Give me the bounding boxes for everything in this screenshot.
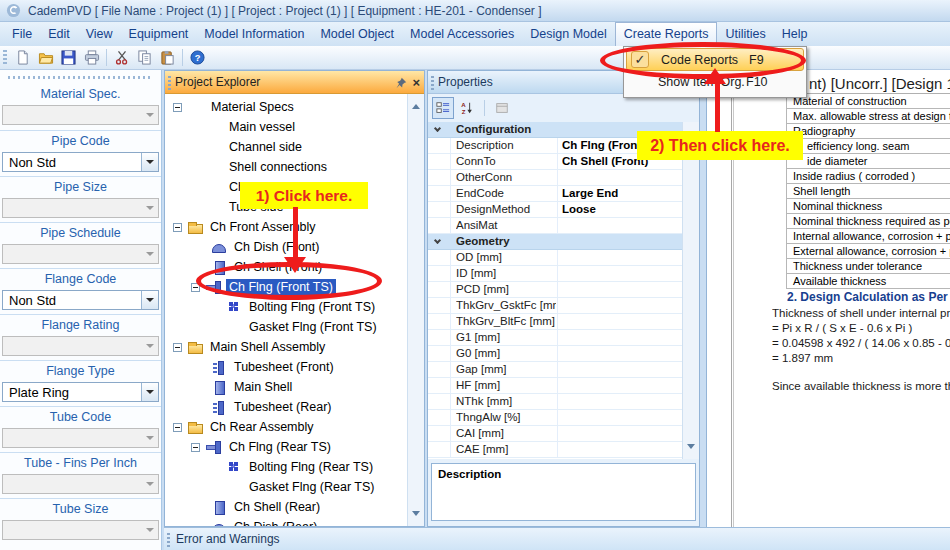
menu-item[interactable]: Edit <box>40 22 78 46</box>
field-dropdown[interactable]: Non Std <box>2 152 159 172</box>
menu-item[interactable]: Design Model <box>522 22 614 46</box>
sidebar-fields: Material Spec. Pipe Code Non Std Pipe Si… <box>0 84 161 544</box>
property-row[interactable]: G1 [mm] <box>428 330 699 346</box>
field-dropdown[interactable] <box>2 428 159 448</box>
property-row[interactable]: OtherConn <box>428 170 699 186</box>
categorized-view-icon[interactable] <box>432 97 454 119</box>
pin-icon[interactable] <box>395 77 407 89</box>
cut-icon[interactable] <box>110 47 133 68</box>
menu-item[interactable]: Equipment <box>121 22 197 46</box>
tree-item[interactable]: Main vessel <box>165 117 424 137</box>
tree-item[interactable]: Ch Rear Assembly <box>165 417 424 437</box>
property-value[interactable]: Large End <box>562 186 681 201</box>
property-row[interactable]: G0 [mm] <box>428 346 699 362</box>
tree-item[interactable]: Bolting Flng (Front TS) <box>165 297 424 317</box>
field-dropdown[interactable] <box>2 105 159 125</box>
menu-item[interactable]: File <box>4 22 40 46</box>
help-icon[interactable]: ? <box>186 47 209 68</box>
menu-item[interactable]: Model Accessories <box>402 22 522 46</box>
dropdown-value: Non Std <box>3 153 158 171</box>
property-row[interactable]: ThngAlw [%] <box>428 410 699 426</box>
dropdown-button[interactable] <box>141 521 158 539</box>
tree-scrollbar[interactable] <box>407 94 424 526</box>
field-dropdown[interactable] <box>2 244 159 264</box>
tree-expander-icon[interactable] <box>173 223 182 232</box>
scroll-up-icon[interactable] <box>412 100 420 109</box>
tree-item-icon <box>188 100 204 114</box>
project-explorer-header: Project Explorer × <box>165 71 424 94</box>
menu-item[interactable]: Model Information <box>196 22 312 46</box>
paste-icon[interactable] <box>156 47 179 68</box>
dropdown-button[interactable] <box>141 245 158 263</box>
chevron-down-icon <box>146 390 154 394</box>
grid-scrollbar[interactable] <box>682 122 699 459</box>
scroll-down-icon[interactable] <box>687 444 695 453</box>
tree-item[interactable]: Ch Shell (Rear) <box>165 497 424 517</box>
dropdown-button[interactable] <box>141 337 158 355</box>
dropdown-button[interactable] <box>141 291 158 309</box>
open-folder-icon[interactable] <box>34 47 57 68</box>
property-row[interactable]: ID [mm] <box>428 266 699 282</box>
tree-expander-icon[interactable] <box>173 423 182 432</box>
tree-expander-icon[interactable] <box>173 343 182 352</box>
dropdown-button[interactable] <box>141 153 158 171</box>
error-warnings-bar[interactable]: Error and Warnings <box>164 527 950 550</box>
field-dropdown[interactable] <box>2 198 159 218</box>
dropdown-button[interactable] <box>141 199 158 217</box>
tree-item[interactable]: Shell connections <box>165 157 424 177</box>
tree-item[interactable]: Material Specs <box>165 97 424 117</box>
menu-item[interactable]: Help <box>774 22 816 46</box>
collapse-chevron-icon[interactable] <box>434 125 441 132</box>
field-dropdown[interactable]: Non Std <box>2 290 159 310</box>
property-row[interactable]: Gap [mm] <box>428 362 699 378</box>
scroll-down-icon[interactable] <box>412 511 420 520</box>
property-label: AnsiMat <box>456 218 556 233</box>
dropdown-button[interactable] <box>141 475 158 493</box>
svg-text:Z: Z <box>462 108 466 115</box>
property-value[interactable]: Loose <box>562 202 681 217</box>
tree-item[interactable]: Ch Flng (Rear TS) <box>165 437 424 457</box>
tree-item-label: Material Specs <box>208 99 297 115</box>
menu-item[interactable]: View <box>78 22 121 46</box>
property-row[interactable]: NThk [mm] <box>428 394 699 410</box>
dropdown-button[interactable] <box>141 383 158 401</box>
tree-item[interactable]: Tubesheet (Rear) <box>165 397 424 417</box>
field-dropdown[interactable]: Plate Ring <box>2 382 159 402</box>
tree-expander-icon[interactable] <box>191 443 200 452</box>
property-row[interactable]: ThkGrv_BltFc [mm] <box>428 314 699 330</box>
property-row[interactable]: Geometry <box>428 234 699 250</box>
tree-item[interactable]: Tubesheet (Front) <box>165 357 424 377</box>
property-row[interactable]: DesignMethod Loose <box>428 202 699 218</box>
property-row[interactable]: CAE [mm] <box>428 442 699 458</box>
field-dropdown[interactable] <box>2 474 159 494</box>
tree-item[interactable]: Ch Dish (Rear) <box>165 517 424 526</box>
tree-item[interactable]: Bolting Flng (Rear TS) <box>165 457 424 477</box>
property-row[interactable]: ThkGrv_GsktFc [mm] <box>428 298 699 314</box>
property-row[interactable]: PCD [mm] <box>428 282 699 298</box>
property-label: ThkGrv_GsktFc [mm] <box>456 298 556 313</box>
property-row[interactable]: EndCode Large End <box>428 186 699 202</box>
dropdown-button[interactable] <box>141 106 158 124</box>
tree-item[interactable]: Main Shell <box>165 377 424 397</box>
menu-item[interactable]: Model Object <box>312 22 402 46</box>
field-dropdown[interactable] <box>2 336 159 356</box>
print-icon[interactable] <box>80 47 103 68</box>
property-row[interactable]: OD [mm] <box>428 250 699 266</box>
property-row[interactable]: AnsiMat <box>428 218 699 234</box>
property-row[interactable]: HF [mm] <box>428 378 699 394</box>
tree-item[interactable]: Gasket Flng (Front TS) <box>165 317 424 337</box>
copy-icon[interactable] <box>133 47 156 68</box>
tree-item[interactable]: Main Shell Assembly <box>165 337 424 357</box>
tree-expander-icon[interactable] <box>173 103 182 112</box>
new-document-icon[interactable] <box>11 47 34 68</box>
dropdown-button[interactable] <box>141 429 158 447</box>
tree-item[interactable]: Gasket Flng (Rear TS) <box>165 477 424 497</box>
save-icon[interactable] <box>57 47 80 68</box>
property-row[interactable]: CAI [mm] <box>428 426 699 442</box>
close-icon[interactable]: × <box>412 76 420 89</box>
tree-item[interactable]: Channel side <box>165 137 424 157</box>
collapse-chevron-icon[interactable] <box>434 237 441 244</box>
alphabetical-sort-icon[interactable]: AZ <box>456 97 478 119</box>
svg-text:?: ? <box>195 53 201 63</box>
field-dropdown[interactable] <box>2 520 159 540</box>
